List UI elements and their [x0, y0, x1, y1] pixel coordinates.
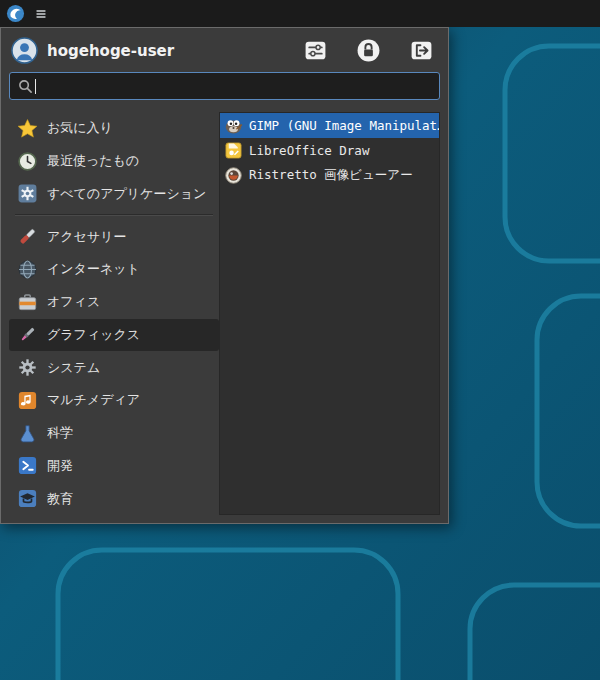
category-sidebar: お気に入り 最近使ったもの すべてのアプリケーション アクセサリー インターネッ… [9, 112, 219, 515]
category-label: システム [47, 359, 100, 377]
category-graphics[interactable]: グラフィックス [9, 319, 219, 352]
category-office[interactable]: オフィス [9, 286, 219, 319]
libreoffice-draw-icon [224, 141, 243, 160]
category-label: オフィス [47, 293, 100, 311]
settings-button[interactable] [303, 38, 328, 63]
education-icon [17, 488, 38, 509]
category-label: 教育 [47, 490, 73, 508]
whisker-menu-button[interactable] [6, 4, 25, 23]
ristretto-icon [224, 166, 243, 185]
category-education[interactable]: 教育 [9, 482, 219, 515]
menu-header: hogehoge-user [1, 28, 448, 71]
lock-screen-button[interactable] [356, 38, 381, 63]
text-cursor [35, 79, 36, 94]
category-recently-used[interactable]: 最近使ったもの [9, 145, 219, 178]
logout-icon [409, 38, 434, 63]
search-input[interactable] [44, 79, 431, 94]
top-panel [0, 0, 600, 27]
notes-icon [34, 7, 48, 21]
app-item-ristretto[interactable]: Ristretto 画像ビューアー [220, 163, 439, 188]
log-out-button[interactable] [409, 38, 434, 63]
category-label: 最近使ったもの [47, 152, 139, 170]
category-label: インターネット [47, 260, 140, 278]
star-icon [17, 118, 38, 139]
science-icon [17, 423, 38, 444]
app-label: GIMP (GNU Image Manipulat… [249, 118, 439, 133]
username-label: hogehoge-user [47, 42, 275, 60]
xubuntu-logo-icon [6, 4, 25, 23]
menu-body: お気に入り 最近使ったもの すべてのアプリケーション アクセサリー インターネッ… [1, 106, 448, 523]
category-label: お気に入り [47, 119, 113, 137]
category-label: 開発 [47, 457, 73, 475]
category-system[interactable]: システム [9, 351, 219, 384]
graphics-icon [17, 324, 38, 345]
all-applications-icon [17, 183, 38, 204]
gimp-icon [224, 116, 243, 135]
category-label: 科学 [47, 424, 73, 442]
search-box[interactable] [9, 72, 440, 100]
multimedia-icon [17, 390, 38, 411]
category-all-applications[interactable]: すべてのアプリケーション [9, 178, 219, 211]
category-label: グラフィックス [47, 326, 140, 344]
system-icon [17, 357, 38, 378]
category-label: アクセサリー [47, 228, 127, 246]
office-icon [17, 292, 38, 313]
category-accessories[interactable]: アクセサリー [9, 220, 219, 253]
app-label: LibreOffice Draw [249, 143, 369, 158]
category-label: すべてのアプリケーション [47, 185, 206, 203]
category-label: マルチメディア [47, 391, 140, 409]
app-item-libreoffice-draw[interactable]: LibreOffice Draw [220, 138, 439, 163]
lock-icon [356, 38, 381, 63]
accessories-icon [17, 226, 38, 247]
settings-icon [303, 38, 328, 63]
clock-icon [17, 151, 38, 172]
app-item-gimp[interactable]: GIMP (GNU Image Manipulat… [220, 113, 439, 138]
panel-notes-plugin[interactable] [34, 7, 48, 21]
category-favorites[interactable]: お気に入り [9, 112, 219, 145]
development-icon [17, 455, 38, 476]
internet-icon [17, 259, 38, 280]
whisker-menu: hogehoge-user [0, 27, 449, 524]
category-science[interactable]: 科学 [9, 417, 219, 450]
app-label: Ristretto 画像ビューアー [249, 167, 413, 184]
sidebar-separator [15, 214, 213, 216]
user-avatar-icon [11, 37, 38, 64]
application-list: GIMP (GNU Image Manipulat… LibreOffice D… [219, 112, 440, 515]
category-multimedia[interactable]: マルチメディア [9, 384, 219, 417]
category-development[interactable]: 開発 [9, 450, 219, 483]
category-internet[interactable]: インターネット [9, 253, 219, 286]
search-icon [18, 79, 33, 94]
